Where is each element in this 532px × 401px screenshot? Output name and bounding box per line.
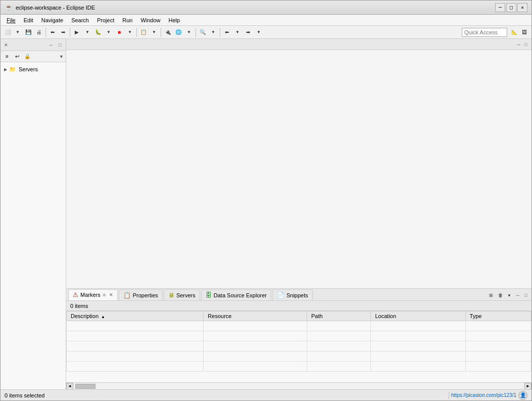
maximize-button[interactable]: □ xyxy=(506,3,516,12)
menu-search[interactable]: Search xyxy=(67,15,93,26)
col-type[interactable]: Type xyxy=(465,311,531,321)
print-button[interactable]: 🖨 xyxy=(34,27,44,37)
tab-properties[interactable]: 📋 Properties xyxy=(119,289,163,300)
open-task-button[interactable]: 📋 xyxy=(138,27,149,37)
panel-close-button[interactable]: ✕ xyxy=(3,41,10,49)
nav-forward-dropdown[interactable]: ▼ xyxy=(254,27,264,37)
main-area: ✕ ─ □ ≡ ↩ 🔒 ▼ ▶ 📁 Servers xyxy=(1,39,531,389)
run-dropdown[interactable]: ▼ xyxy=(82,27,92,37)
quick-access-input[interactable] xyxy=(462,28,507,37)
toolbar-sep-3 xyxy=(136,28,137,37)
main-toolbar: ⬜ ▼ 💾 🖨 ⬅ ➡ ▶ ▼ 🐛 ▼ ■ ▼ 📋 ▼ 🔌 🌐 ▼ 🔍 ▼ ⬅ … xyxy=(1,26,531,39)
scroll-thumb[interactable] xyxy=(75,384,95,389)
editor-maximize-button[interactable]: □ xyxy=(522,41,529,48)
panel-collapse-arrow: ▼ xyxy=(59,54,64,59)
bottom-content: 0 items Description ▲ Resource Path xyxy=(66,301,531,389)
run-last-button[interactable]: ▶ xyxy=(72,27,82,37)
link-editor-button[interactable]: ↩ xyxy=(13,52,22,61)
cell-type xyxy=(465,321,531,331)
cell-resource xyxy=(204,321,307,331)
open-web-button[interactable]: 🌐 xyxy=(173,27,183,37)
col-location[interactable]: Location xyxy=(371,311,465,321)
items-count-bar: 0 items xyxy=(66,301,531,311)
cell-resource xyxy=(204,331,307,341)
cell-location xyxy=(371,331,465,341)
search-button[interactable]: 🔍 xyxy=(198,27,208,37)
tree-area[interactable]: ▶ 📁 Servers xyxy=(1,62,66,389)
nav-back-button[interactable]: ⬅ xyxy=(222,27,232,37)
table-header-row: Description ▲ Resource Path Location Typ… xyxy=(67,311,531,321)
save-button[interactable]: 💾 xyxy=(23,27,33,37)
cell-location xyxy=(371,321,465,331)
prev-edit-button[interactable]: ⬅ xyxy=(47,27,58,37)
debug-button[interactable]: 🐛 xyxy=(93,27,103,37)
scroll-right-button[interactable]: ► xyxy=(524,383,531,390)
debug-dropdown[interactable]: ▼ xyxy=(104,27,114,37)
sort-icon: ▲ xyxy=(101,315,105,319)
snippets-icon: 📄 xyxy=(277,292,284,299)
left-panel: ✕ ─ □ ≡ ↩ 🔒 ▼ ▶ 📁 Servers xyxy=(1,39,66,389)
nav-forward-button[interactable]: ➡ xyxy=(243,27,253,37)
cell-type xyxy=(465,351,531,362)
menu-window[interactable]: Window xyxy=(136,15,164,26)
cell-description xyxy=(67,331,204,341)
new-button[interactable]: ⬜ xyxy=(3,27,13,37)
menu-help[interactable]: Help xyxy=(165,15,184,26)
panel-maximize-button[interactable]: □ xyxy=(57,41,64,49)
horizontal-scrollbar[interactable]: ◄ ► xyxy=(66,382,531,389)
datasource-icon: 🗄 xyxy=(206,292,212,299)
perspective-button[interactable]: 📐 xyxy=(509,27,519,37)
menu-run[interactable]: Run xyxy=(118,15,136,26)
cell-path xyxy=(307,362,371,372)
ide-window: ☕ eclipse-workspace - Eclipse IDE ─ □ ✕ … xyxy=(0,0,532,401)
editor-content[interactable] xyxy=(66,50,531,288)
panel-menu-button[interactable]: 🔒 xyxy=(23,52,32,61)
markers-table-container[interactable]: Description ▲ Resource Path Location Typ… xyxy=(66,311,531,382)
new-dropdown[interactable]: ▼ xyxy=(13,27,23,37)
markers-close-button[interactable]: ✕ xyxy=(109,292,113,297)
cell-type xyxy=(465,341,531,351)
tab-snippets[interactable]: 📄 Snippets xyxy=(272,289,313,300)
markers-icon: ⚠ xyxy=(73,291,78,298)
tree-expander-servers[interactable]: ▶ xyxy=(3,66,9,72)
bottom-panel-maximize[interactable]: □ xyxy=(522,292,529,299)
new-server-button[interactable]: 🔌 xyxy=(163,27,173,37)
minimize-button[interactable]: ─ xyxy=(495,3,505,12)
menu-edit[interactable]: Edit xyxy=(20,15,37,26)
search-dropdown[interactable]: ▼ xyxy=(208,27,218,37)
tab-markers[interactable]: ⚠ Markers ⊗ ✕ xyxy=(68,289,118,300)
bottom-panel-minimize[interactable]: ─ xyxy=(514,292,521,299)
remove-marker-button[interactable]: 🗑 xyxy=(496,291,504,299)
col-description[interactable]: Description ▲ xyxy=(67,311,204,321)
menu-file[interactable]: File xyxy=(3,15,20,26)
select-all-markers-button[interactable]: ⊞ xyxy=(487,291,495,299)
panel-minimize-button[interactable]: ─ xyxy=(47,41,55,49)
col-path[interactable]: Path xyxy=(307,311,371,321)
cell-path xyxy=(307,321,371,331)
collapse-all-button[interactable]: ≡ xyxy=(3,52,12,61)
editor-minimize-button[interactable]: ─ xyxy=(515,41,522,48)
scroll-left-button[interactable]: ◄ xyxy=(66,383,73,390)
tab-servers[interactable]: 🖥 Servers xyxy=(164,289,200,300)
tab-datasource[interactable]: 🗄 Data Source Explorer xyxy=(201,289,271,300)
menu-bar: File Edit Navigate Search Project Run Wi… xyxy=(1,15,531,26)
title-bar: ☕ eclipse-workspace - Eclipse IDE ─ □ ✕ xyxy=(1,1,531,15)
stop-dropdown[interactable]: ▼ xyxy=(125,27,135,37)
cell-description xyxy=(67,351,204,362)
stop-button[interactable]: ■ xyxy=(114,27,124,37)
menu-project[interactable]: Project xyxy=(93,15,118,26)
col-resource[interactable]: Resource xyxy=(204,311,307,321)
toolbar-sep-4 xyxy=(161,28,161,37)
bottom-view-menu-button[interactable]: ▼ xyxy=(505,291,513,299)
nav-back-dropdown[interactable]: ▼ xyxy=(232,27,243,37)
open-type-button[interactable]: ▼ xyxy=(149,27,159,37)
menu-navigate[interactable]: Navigate xyxy=(37,15,67,26)
close-button[interactable]: ✕ xyxy=(517,3,527,12)
status-text: 0 items selected xyxy=(5,392,44,398)
web-dropdown[interactable]: ▼ xyxy=(184,27,194,37)
tree-item-servers[interactable]: ▶ 📁 Servers xyxy=(1,64,66,74)
markers-table: Description ▲ Resource Path Location Typ… xyxy=(66,311,531,372)
notification-icon[interactable]: 👤 xyxy=(518,391,527,400)
perspective-list-button[interactable]: 🖼 xyxy=(519,27,529,37)
next-edit-button[interactable]: ➡ xyxy=(58,27,68,37)
